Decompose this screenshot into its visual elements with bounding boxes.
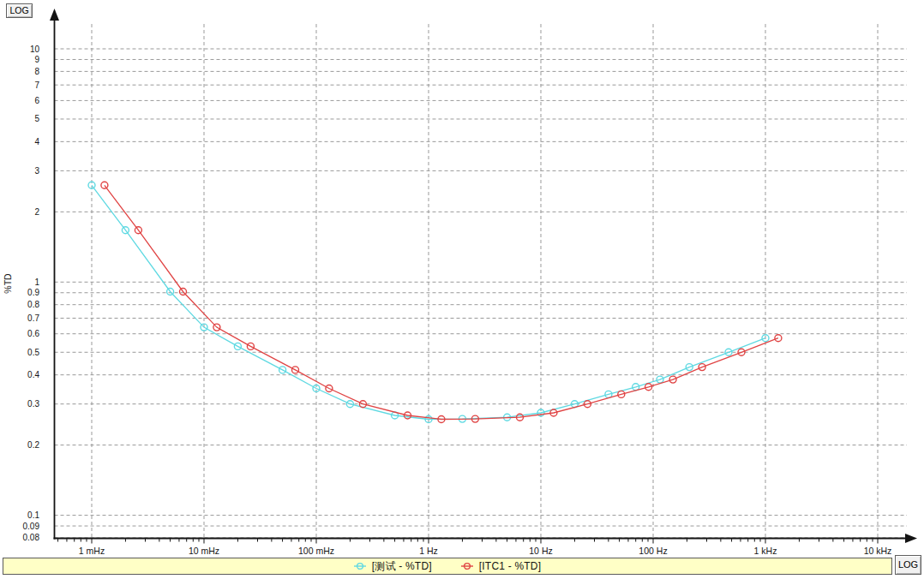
itc1-series-marker-icon (461, 562, 473, 570)
legend-item-test-series[interactable]: [测试 - %TD] (354, 559, 432, 574)
svg-text:10 kHz: 10 kHz (864, 546, 892, 555)
svg-text:1 mHz: 1 mHz (79, 546, 105, 555)
svg-text:0.7: 0.7 (27, 313, 39, 323)
y-axis-title: %TD (3, 273, 13, 294)
svg-text:0.5: 0.5 (27, 348, 39, 357)
svg-text:1 Hz: 1 Hz (419, 546, 438, 555)
legend-bar: [测试 - %TD] [ITC1 - %TD] (3, 558, 892, 575)
svg-text:1: 1 (34, 278, 39, 287)
x-axis-tick-labels: 1 mHz10 mHz100 mHz1 Hz10 Hz100 Hz1 kHz10… (79, 546, 892, 555)
svg-text:0.2: 0.2 (27, 440, 39, 450)
x-axis-log-scale-button[interactable]: LOG (895, 555, 921, 575)
svg-text:2: 2 (34, 207, 39, 217)
svg-text:10 mHz: 10 mHz (189, 546, 219, 555)
svg-text:100 Hz: 100 Hz (639, 546, 667, 555)
svg-text:100 mHz: 100 mHz (298, 546, 334, 555)
gridlines (55, 24, 908, 539)
svg-text:8: 8 (34, 67, 39, 76)
svg-text:10 Hz: 10 Hz (529, 546, 552, 555)
svg-text:7: 7 (34, 81, 39, 90)
svg-text:0.6: 0.6 (27, 329, 39, 338)
svg-text:1 kHz: 1 kHz (754, 546, 777, 555)
test-series-marker-icon (354, 562, 366, 570)
svg-text:0.1: 0.1 (27, 510, 39, 520)
svg-text:0.09: 0.09 (23, 522, 40, 531)
legend-item-itc1-series[interactable]: [ITC1 - %TD] (461, 560, 541, 572)
svg-text:0.08: 0.08 (23, 533, 40, 542)
x-axis-arrow-icon (905, 534, 917, 543)
app-window: LOG 109876543210.90.80.70.60.50.40.30.20… (0, 0, 924, 579)
chart-canvas: 109876543210.90.80.70.60.50.40.30.20.10.… (0, 0, 924, 555)
svg-text:0.3: 0.3 (27, 399, 39, 409)
y-axis-arrow-icon (50, 9, 59, 21)
svg-text:6: 6 (34, 96, 39, 105)
svg-text:0.8: 0.8 (27, 300, 39, 309)
svg-text:10: 10 (30, 45, 40, 54)
y-axis-tick-labels: 109876543210.90.80.70.60.50.40.30.20.10.… (23, 45, 40, 543)
svg-text:3: 3 (34, 166, 39, 176)
legend-label-test: [测试 - %TD] (372, 559, 432, 574)
svg-text:0.9: 0.9 (27, 288, 39, 297)
legend-label-itc1: [ITC1 - %TD] (479, 560, 541, 572)
svg-text:5: 5 (34, 114, 39, 123)
svg-text:9: 9 (34, 55, 39, 64)
axes (50, 9, 917, 543)
svg-text:4: 4 (34, 137, 39, 146)
svg-text:0.4: 0.4 (27, 370, 39, 379)
series-itc1 (101, 182, 782, 422)
x-axis-ticks (58, 539, 878, 544)
